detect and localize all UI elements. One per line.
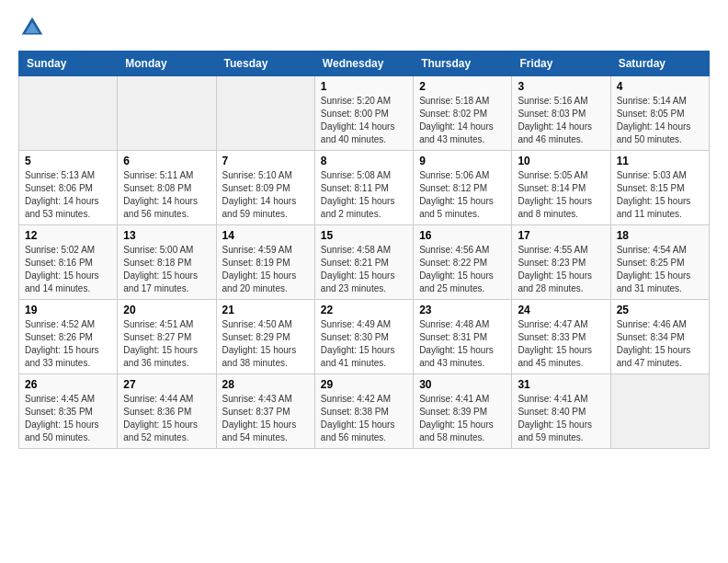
day-info: Sunrise: 4:54 AMSunset: 8:25 PMDaylight:… (617, 244, 703, 295)
calendar-cell: 26Sunrise: 4:45 AMSunset: 8:35 PMDayligh… (19, 374, 118, 449)
day-number: 22 (321, 304, 407, 316)
calendar-cell: 29Sunrise: 4:42 AMSunset: 8:38 PMDayligh… (314, 374, 413, 449)
day-info: Sunrise: 4:55 AMSunset: 8:23 PMDaylight:… (518, 244, 604, 295)
calendar-cell: 11Sunrise: 5:03 AMSunset: 8:15 PMDayligh… (610, 151, 709, 225)
day-number: 8 (321, 155, 407, 167)
calendar-cell: 18Sunrise: 4:54 AMSunset: 8:25 PMDayligh… (610, 225, 709, 300)
calendar-cell: 30Sunrise: 4:41 AMSunset: 8:39 PMDayligh… (414, 374, 512, 449)
calendar-cell: 21Sunrise: 4:50 AMSunset: 8:29 PMDayligh… (216, 300, 314, 374)
day-info: Sunrise: 5:16 AMSunset: 8:03 PMDaylight:… (518, 95, 604, 146)
day-info: Sunrise: 5:02 AMSunset: 8:16 PMDaylight:… (25, 244, 111, 295)
calendar-wrapper: SundayMondayTuesdayWednesdayThursdayFrid… (0, 51, 728, 458)
day-info: Sunrise: 4:47 AMSunset: 8:33 PMDaylight:… (518, 318, 604, 370)
calendar-cell: 23Sunrise: 4:48 AMSunset: 8:31 PMDayligh… (414, 300, 512, 374)
day-number: 4 (617, 80, 703, 93)
day-info: Sunrise: 5:08 AMSunset: 8:11 PMDaylight:… (321, 169, 407, 221)
day-info: Sunrise: 5:18 AMSunset: 8:02 PMDaylight:… (419, 95, 506, 146)
day-number: 5 (25, 155, 111, 167)
calendar-cell: 24Sunrise: 4:47 AMSunset: 8:33 PMDayligh… (512, 300, 610, 374)
day-info: Sunrise: 4:50 AMSunset: 8:29 PMDaylight:… (222, 318, 309, 370)
calendar-cell: 19Sunrise: 4:52 AMSunset: 8:26 PMDayligh… (19, 300, 118, 374)
calendar-cell: 13Sunrise: 5:00 AMSunset: 8:18 PMDayligh… (118, 225, 216, 300)
calendar-table: SundayMondayTuesdayWednesdayThursdayFrid… (18, 51, 710, 449)
calendar-cell: 8Sunrise: 5:08 AMSunset: 8:11 PMDaylight… (314, 151, 413, 225)
day-info: Sunrise: 4:42 AMSunset: 8:38 PMDaylight:… (321, 393, 407, 444)
day-number: 6 (123, 155, 210, 167)
day-info: Sunrise: 4:52 AMSunset: 8:26 PMDaylight:… (25, 318, 111, 370)
day-info: Sunrise: 4:51 AMSunset: 8:27 PMDaylight:… (123, 318, 210, 370)
day-info: Sunrise: 5:03 AMSunset: 8:15 PMDaylight:… (617, 169, 703, 221)
weekday-header: Thursday (414, 52, 512, 76)
calendar-cell: 25Sunrise: 4:46 AMSunset: 8:34 PMDayligh… (610, 300, 709, 374)
day-number: 19 (25, 304, 111, 316)
day-number: 13 (123, 229, 210, 242)
calendar-cell: 20Sunrise: 4:51 AMSunset: 8:27 PMDayligh… (118, 300, 216, 374)
calendar-cell: 12Sunrise: 5:02 AMSunset: 8:16 PMDayligh… (19, 225, 118, 300)
day-number: 15 (321, 229, 407, 242)
day-info: Sunrise: 4:56 AMSunset: 8:22 PMDaylight:… (419, 244, 506, 295)
day-number: 29 (321, 378, 407, 391)
day-info: Sunrise: 5:20 AMSunset: 8:00 PMDaylight:… (321, 95, 407, 146)
calendar-cell (118, 76, 216, 151)
day-number: 23 (419, 304, 506, 316)
calendar-cell: 15Sunrise: 4:58 AMSunset: 8:21 PMDayligh… (314, 225, 413, 300)
day-number: 17 (518, 229, 604, 242)
day-info: Sunrise: 4:59 AMSunset: 8:19 PMDaylight:… (222, 244, 309, 295)
day-number: 21 (222, 304, 309, 316)
day-info: Sunrise: 4:41 AMSunset: 8:39 PMDaylight:… (419, 393, 506, 444)
weekday-header: Wednesday (314, 52, 413, 76)
page-header (0, 0, 728, 51)
calendar-cell (19, 76, 118, 151)
calendar-cell: 16Sunrise: 4:56 AMSunset: 8:22 PMDayligh… (414, 225, 512, 300)
weekday-header: Friday (512, 52, 610, 76)
day-info: Sunrise: 4:43 AMSunset: 8:37 PMDaylight:… (222, 393, 309, 444)
day-number: 16 (419, 229, 506, 242)
day-info: Sunrise: 5:10 AMSunset: 8:09 PMDaylight:… (222, 169, 309, 221)
day-number: 1 (321, 80, 407, 93)
logo-icon (18, 14, 46, 41)
day-info: Sunrise: 4:49 AMSunset: 8:30 PMDaylight:… (321, 318, 407, 370)
day-number: 18 (617, 229, 703, 242)
calendar-cell: 17Sunrise: 4:55 AMSunset: 8:23 PMDayligh… (512, 225, 610, 300)
calendar-cell: 10Sunrise: 5:05 AMSunset: 8:14 PMDayligh… (512, 151, 610, 225)
day-info: Sunrise: 4:58 AMSunset: 8:21 PMDaylight:… (321, 244, 407, 295)
day-number: 14 (222, 229, 309, 242)
day-number: 30 (419, 378, 506, 391)
day-info: Sunrise: 5:11 AMSunset: 8:08 PMDaylight:… (123, 169, 210, 221)
calendar-cell: 9Sunrise: 5:06 AMSunset: 8:12 PMDaylight… (414, 151, 512, 225)
calendar-cell: 22Sunrise: 4:49 AMSunset: 8:30 PMDayligh… (314, 300, 413, 374)
calendar-cell: 3Sunrise: 5:16 AMSunset: 8:03 PMDaylight… (512, 76, 610, 151)
logo (18, 14, 48, 41)
calendar-cell: 2Sunrise: 5:18 AMSunset: 8:02 PMDaylight… (414, 76, 512, 151)
calendar-cell: 7Sunrise: 5:10 AMSunset: 8:09 PMDaylight… (216, 151, 314, 225)
day-info: Sunrise: 4:46 AMSunset: 8:34 PMDaylight:… (617, 318, 703, 370)
day-info: Sunrise: 5:05 AMSunset: 8:14 PMDaylight:… (518, 169, 604, 221)
day-number: 11 (617, 155, 703, 167)
calendar-cell: 28Sunrise: 4:43 AMSunset: 8:37 PMDayligh… (216, 374, 314, 449)
calendar-cell (216, 76, 314, 151)
calendar-cell: 4Sunrise: 5:14 AMSunset: 8:05 PMDaylight… (610, 76, 709, 151)
day-number: 24 (518, 304, 604, 316)
day-info: Sunrise: 5:06 AMSunset: 8:12 PMDaylight:… (419, 169, 506, 221)
calendar-cell: 6Sunrise: 5:11 AMSunset: 8:08 PMDaylight… (118, 151, 216, 225)
calendar-cell: 31Sunrise: 4:41 AMSunset: 8:40 PMDayligh… (512, 374, 610, 449)
calendar-cell: 5Sunrise: 5:13 AMSunset: 8:06 PMDaylight… (19, 151, 118, 225)
day-number: 3 (518, 80, 604, 93)
weekday-header: Saturday (610, 52, 709, 76)
day-number: 9 (419, 155, 506, 167)
day-number: 26 (25, 378, 111, 391)
day-info: Sunrise: 5:00 AMSunset: 8:18 PMDaylight:… (123, 244, 210, 295)
calendar-cell: 14Sunrise: 4:59 AMSunset: 8:19 PMDayligh… (216, 225, 314, 300)
day-info: Sunrise: 5:13 AMSunset: 8:06 PMDaylight:… (25, 169, 111, 221)
day-number: 28 (222, 378, 309, 391)
day-info: Sunrise: 4:44 AMSunset: 8:36 PMDaylight:… (123, 393, 210, 444)
day-info: Sunrise: 5:14 AMSunset: 8:05 PMDaylight:… (617, 95, 703, 146)
day-info: Sunrise: 4:48 AMSunset: 8:31 PMDaylight:… (419, 318, 506, 370)
calendar-cell (610, 374, 709, 449)
day-number: 12 (25, 229, 111, 242)
weekday-header: Monday (118, 52, 216, 76)
day-number: 20 (123, 304, 210, 316)
day-number: 31 (518, 378, 604, 391)
day-number: 10 (518, 155, 604, 167)
calendar-cell: 27Sunrise: 4:44 AMSunset: 8:36 PMDayligh… (118, 374, 216, 449)
